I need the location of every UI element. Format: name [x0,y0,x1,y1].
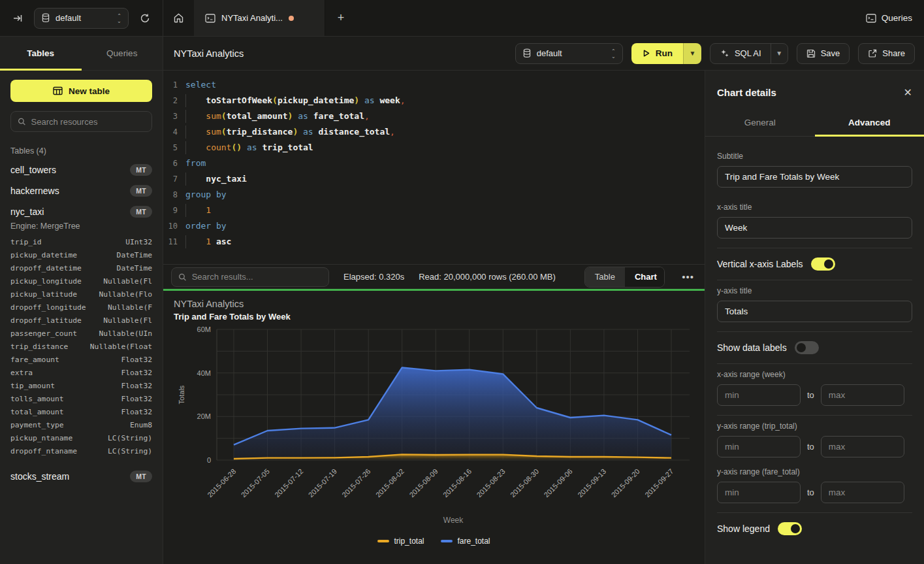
column-total_amount[interactable]: total_amountFloat32 [10,406,152,419]
tab-general[interactable]: General [705,110,815,136]
x-tick: 2015-06-28 [206,467,237,499]
column-pickup_datetime[interactable]: pickup_datetimeDateTime [10,249,152,262]
column-dropoff_longitude[interactable]: dropoff_longitudeNullable(F [10,301,152,314]
collapse-sidebar-icon[interactable] [8,8,27,28]
tab-nytaxi-analytics[interactable]: NYTaxi Analyti... [195,0,325,36]
code-line-1[interactable]: 1select [163,77,705,93]
save-button[interactable]: Save [797,43,850,64]
queries-button[interactable]: Queries [866,13,912,23]
line-number: 1 [163,77,185,93]
sidebar-tab-tables[interactable]: Tables [0,37,82,70]
code-line-9[interactable]: 9 1 [163,203,705,218]
y-axis-title-input[interactable] [717,301,912,322]
code-line-7[interactable]: 7 nyc_taxi [163,171,705,187]
engine-badge: MT [130,185,152,197]
y-range-trip-max-input[interactable] [821,436,904,457]
table-item-stocks_stream[interactable]: stocks_streamMT [10,466,152,487]
area-fare_total [234,367,671,460]
resources-search-input[interactable] [31,117,145,127]
run-options-caret[interactable]: ▼ [683,43,701,64]
y-range-fare-to: to [807,488,814,497]
y-range-fare-min-input[interactable] [717,482,801,503]
app-window: default ⌃⌃ NYTaxi Analyti... + Queries [0,0,924,564]
y-range-trip-group: y-axis range (trip_total) to [717,416,912,461]
database-selector[interactable]: default ⌃⌃ [34,8,129,29]
svg-text:0: 0 [207,456,211,464]
resources-search[interactable] [10,111,152,132]
sql-ai-caret[interactable]: ▼ [771,43,788,64]
data-labels-toggle[interactable] [795,341,819,354]
sidebar: New table Tables (4) cell_towersMThacker… [0,71,163,564]
tab-advanced[interactable]: Advanced [815,110,924,136]
view-toggle-chart[interactable]: Chart [625,267,665,287]
column-payment_type[interactable]: payment_typeEnum8 [10,419,152,432]
column-extra[interactable]: extraFloat32 [10,367,152,380]
x-range-min-input[interactable] [717,384,801,406]
view-toggle-table[interactable]: Table [585,267,625,287]
results-search-input[interactable] [192,272,322,282]
sidebar-tab-queries[interactable]: Queries [82,37,163,70]
new-table-button[interactable]: New table [10,80,152,102]
svg-text:60M: 60M [197,325,211,333]
column-tolls_amount[interactable]: tolls_amountFloat32 [10,393,152,406]
column-trip_distance[interactable]: trip_distanceNullable(Float [10,340,152,354]
table-item-hackernews[interactable]: hackernewsMT [10,180,152,201]
show-legend-toggle[interactable] [778,522,802,535]
column-passenger_count[interactable]: passenger_countNullable(UIn [10,327,152,340]
run-database-value: default [537,48,606,58]
y-range-trip-to: to [807,442,814,452]
y-axis-label: Totals [178,385,185,404]
code-line-11[interactable]: 11 1 asc [163,234,705,250]
sql-ai-button[interactable]: SQL AI ▼ [710,43,788,64]
code-line-8[interactable]: 8group by [163,187,705,203]
panel-title: Chart details [717,87,776,98]
main-column: 1select2 toStartOfWeek(pickup_datetime) … [163,71,705,564]
code-line-4[interactable]: 4 sum(trip_distance) as distance_total, [163,124,705,140]
code-line-3[interactable]: 3 sum(total_amount) as fare_total, [163,108,705,124]
column-tip_amount[interactable]: tip_amountFloat32 [10,380,152,393]
queries-label: Queries [882,13,912,23]
query-header: NYTaxi Analytics default ⌃⌃ Run ▼ SQL AI… [163,37,924,70]
subtitle-input[interactable] [717,166,912,188]
x-tick: 2015-07-12 [273,467,304,499]
vertical-labels-row: Vertical x-axis Labels [717,248,912,280]
legend-item-fare_total[interactable]: fare_total [441,537,490,546]
home-tab[interactable] [163,0,195,36]
legend-item-trip_total[interactable]: trip_total [377,537,424,546]
new-tab-button[interactable]: + [325,0,357,36]
column-pickup_longitude[interactable]: pickup_longitudeNullable(Fl [10,275,152,288]
x-axis-title-input[interactable] [717,217,912,239]
code-line-2[interactable]: 2 toStartOfWeek(pickup_datetime) as week… [163,93,705,108]
elapsed-stat: Elapsed: 0.320s [343,272,404,282]
more-options-icon[interactable]: ••• [679,271,697,282]
column-pickup_ntaname[interactable]: pickup_ntanameLC(String) [10,432,152,445]
new-table-label: New table [69,86,110,96]
run-database-selector[interactable]: default ⌃⌃ [515,43,623,64]
code-line-10[interactable]: 10order by [163,218,705,234]
column-dropoff_ntaname[interactable]: dropoff_ntanameLC(String) [10,445,152,458]
x-range-max-input[interactable] [821,384,904,406]
y-range-trip-min-input[interactable] [717,436,801,457]
search-icon [178,273,187,282]
share-button[interactable]: Share [858,43,915,64]
code-line-5[interactable]: 5 count() as trip_total [163,140,705,156]
results-search[interactable] [171,267,329,287]
column-dropoff_latitude[interactable]: dropoff_latitudeNullable(Fl [10,314,152,327]
column-fare_amount[interactable]: fare_amountFloat32 [10,354,152,367]
x-axis-title-label: x-axis title [717,203,912,212]
close-icon[interactable]: ✕ [904,86,912,99]
table-item-nyc_taxi[interactable]: nyc_taxiMT [10,201,152,222]
code-line-6[interactable]: 6from [163,156,705,171]
column-pickup_latitude[interactable]: pickup_latitudeNullable(Flo [10,288,152,301]
chart-plot[interactable]: 020M40M60MTotals2015-06-282015-07-052015… [174,325,694,535]
vertical-labels-toggle[interactable] [811,257,835,271]
column-trip_id[interactable]: trip_idUInt32 [10,236,152,249]
table-item-cell_towers[interactable]: cell_towersMT [10,159,152,180]
refresh-icon[interactable] [135,8,155,28]
sidebar-tabs: Tables Queries [0,37,163,70]
line-number: 2 [163,93,185,108]
run-button[interactable]: Run [631,43,683,64]
y-range-fare-max-input[interactable] [821,482,904,503]
sql-editor[interactable]: 1select2 toStartOfWeek(pickup_datetime) … [163,71,705,264]
column-dropoff_datetime[interactable]: dropoff_datetimeDateTime [10,262,152,275]
